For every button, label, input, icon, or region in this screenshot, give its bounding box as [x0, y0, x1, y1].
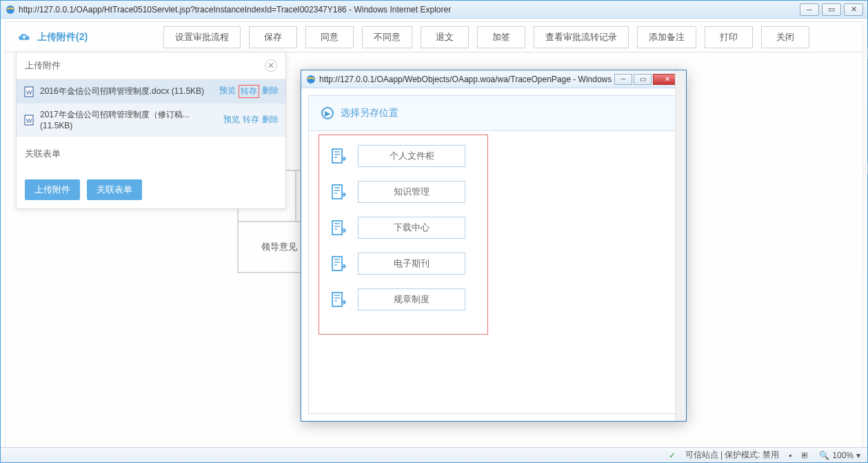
- word-doc-icon: W: [23, 86, 34, 97]
- maximize-button[interactable]: ▭: [822, 3, 841, 16]
- status-checkmark-icon: ✓: [669, 451, 676, 460]
- word-doc-icon: W: [23, 115, 34, 126]
- btn-set-approval-flow[interactable]: 设置审批流程: [163, 26, 241, 48]
- file-row[interactable]: W 2017年金信公司招聘管理制度（修订稿... (11.5KB) 预览 转存 …: [17, 104, 285, 136]
- destination-row: 下载中心: [329, 217, 478, 239]
- btn-countersign[interactable]: 加签: [477, 26, 525, 48]
- svg-text:W: W: [26, 117, 32, 124]
- dest-download-center[interactable]: 下载中心: [358, 217, 465, 239]
- main-titlebar: http://127.0.0.1/OAapp/HtTrace0510Servle…: [1, 1, 867, 19]
- status-trusted-text: 可信站点 | 保护模式: 禁用: [685, 449, 779, 461]
- related-forms-section: 关联表单: [17, 136, 285, 171]
- btn-close[interactable]: 关闭: [761, 26, 809, 48]
- status-separator-icon: ▪: [789, 451, 791, 460]
- svg-rect-8: [332, 221, 342, 235]
- popup-content-header: ▶ 选择另存位置: [309, 96, 678, 131]
- destination-row: 个人文件柜: [329, 145, 478, 167]
- destination-row: 电子期刊: [329, 253, 478, 275]
- panel-btn-link-form[interactable]: 关联表单: [87, 179, 142, 200]
- file-action-delete[interactable]: 删除: [262, 85, 279, 98]
- zoom-value: 100%: [832, 451, 854, 460]
- file-action-saveas[interactable]: 转存: [239, 85, 259, 98]
- dest-personal-cabinet[interactable]: 个人文件柜: [358, 145, 465, 167]
- shield-off-icon: ⛨: [801, 451, 809, 460]
- file-action-preview[interactable]: 预览: [219, 85, 236, 98]
- dest-regulations[interactable]: 规章制度: [358, 288, 465, 311]
- cloud-upload-icon: [17, 32, 33, 43]
- dest-ejournal[interactable]: 电子期刊: [358, 253, 465, 275]
- attachment-panel: 上传附件 ✕ W 2016年金信公司招聘管理制度.docx (11.5KB) 预…: [16, 52, 286, 209]
- dest-knowledge-mgmt[interactable]: 知识管理: [358, 181, 465, 203]
- file-action-delete[interactable]: 删除: [262, 114, 279, 126]
- zoom-icon: 🔍: [819, 451, 829, 460]
- saveas-popup-window: http://127.0.0.1/OAapp/WebObjects/OAapp.…: [301, 70, 687, 422]
- zoom-control[interactable]: 🔍 100% ▾: [819, 451, 860, 460]
- popup-content: ▶ 选择另存位置 个人文件柜 知识管理 下载中心 电子期刊: [308, 95, 679, 414]
- btn-agree[interactable]: 同意: [305, 26, 354, 48]
- status-bar: ✓ 可信站点 | 保护模式: 禁用 ▪ ⛨ 🔍 100% ▾: [1, 447, 867, 462]
- svg-rect-7: [332, 185, 342, 199]
- popup-header-text: 选择另存位置: [341, 107, 398, 119]
- minimize-button[interactable]: ─: [800, 3, 819, 16]
- close-button[interactable]: ✕: [844, 3, 863, 16]
- svg-rect-6: [332, 149, 342, 163]
- popup-titlebar: http://127.0.0.1/OAapp/WebObjects/OAapp.…: [301, 70, 686, 88]
- file-export-icon: [329, 182, 348, 201]
- main-window-title: http://127.0.0.1/OAapp/HtTrace0510Servle…: [19, 5, 797, 14]
- file-name: 2016年金信公司招聘管理制度.docx (11.5KB): [40, 86, 219, 97]
- arrow-right-icon: ▶: [321, 107, 334, 119]
- svg-rect-9: [332, 257, 342, 270]
- file-actions: 预览 转存 删除: [219, 85, 279, 98]
- file-export-icon: [329, 254, 348, 273]
- ie-favicon-icon: [5, 4, 16, 15]
- main-ie-window: http://127.0.0.1/OAapp/HtTrace0510Servle…: [0, 0, 868, 463]
- destination-row: 规章制度: [329, 288, 478, 311]
- btn-disagree[interactable]: 不同意: [362, 26, 412, 48]
- panel-buttons: 上传附件 关联表单: [17, 171, 285, 208]
- popup-minimize-button[interactable]: ─: [614, 74, 632, 85]
- attachment-panel-close-icon[interactable]: ✕: [265, 59, 277, 72]
- popup-scrollbar[interactable]: [675, 70, 686, 421]
- btn-return[interactable]: 退文: [421, 26, 469, 48]
- popup-maximize-button[interactable]: ▭: [634, 74, 652, 85]
- file-name: 2017年金信公司招聘管理制度（修订稿... (11.5KB): [40, 109, 223, 130]
- upload-attachments-toggle[interactable]: 上传附件(2): [17, 31, 88, 43]
- file-row[interactable]: W 2016年金信公司招聘管理制度.docx (11.5KB) 预览 转存 删除: [17, 79, 285, 104]
- attachment-panel-header: 上传附件 ✕: [17, 52, 285, 79]
- attachment-panel-title: 上传附件: [25, 59, 61, 72]
- file-export-icon: [329, 146, 348, 166]
- file-export-icon: [329, 290, 348, 309]
- file-actions: 预览 转存 删除: [223, 114, 279, 126]
- upload-label-text: 上传附件(2): [37, 31, 88, 43]
- destination-row: 知识管理: [329, 181, 478, 203]
- btn-view-approval-log[interactable]: 查看审批流转记录: [534, 26, 629, 48]
- panel-btn-upload[interactable]: 上传附件: [25, 179, 80, 200]
- toolbar-buttons: 设置审批流程 保存 同意 不同意 退文 加签 查看审批流转记录 添加备注 打印 …: [163, 26, 809, 48]
- file-export-icon: [329, 218, 348, 237]
- main-window-buttons: ─ ▭ ✕: [797, 3, 863, 16]
- svg-rect-10: [332, 293, 342, 306]
- chevron-down-icon: ▾: [856, 451, 860, 460]
- btn-add-remark[interactable]: 添加备注: [637, 26, 696, 48]
- popup-title-text: http://127.0.0.1/OAapp/WebObjects/OAapp.…: [319, 75, 613, 84]
- file-action-saveas[interactable]: 转存: [243, 114, 259, 126]
- ie-favicon-icon: [305, 74, 316, 85]
- popup-window-buttons: ─ ▭ ✕: [613, 74, 682, 85]
- btn-save[interactable]: 保存: [249, 26, 297, 48]
- destination-box: 个人文件柜 知识管理 下载中心 电子期刊 规章制度: [319, 135, 488, 335]
- toolbar: 上传附件(2) 设置审批流程 保存 同意 不同意 退文 加签 查看审批流转记录 …: [6, 22, 862, 52]
- file-action-preview[interactable]: 预览: [223, 114, 240, 126]
- svg-text:W: W: [26, 89, 32, 96]
- btn-print[interactable]: 打印: [705, 26, 753, 48]
